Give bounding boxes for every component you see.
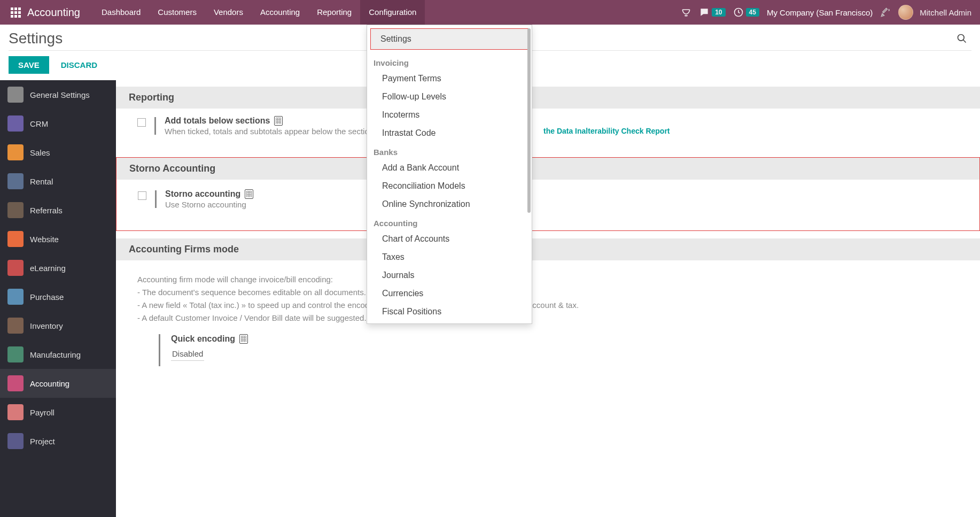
nav-vendors[interactable]: Vendors [205,0,252,25]
dd-payment-terms[interactable]: Payment Terms [367,70,532,88]
storno-label: Storno accounting [165,189,240,199]
activities-badge: 45 [746,8,759,17]
nav-menu: Dashboard Customers Vendors Accounting R… [93,0,425,25]
sidebar-item-label: Project [30,437,55,446]
dd-journal-groups[interactable]: Journal Groups [367,321,532,324]
dd-group-invoicing: Invoicing [367,53,532,70]
discard-button[interactable]: DISCARD [56,56,103,74]
sidebar-item-payroll[interactable]: Payroll [0,398,116,427]
sidebar-item-project[interactable]: Project [0,427,116,456]
sidebar-item-crm[interactable]: CRM [0,109,116,138]
dd-incoterms[interactable]: Incoterms [367,106,532,124]
dd-group-banks: Banks [367,142,532,159]
sidebar-item-label: Referrals [30,206,63,215]
storno-checkbox[interactable] [138,191,146,200]
dropdown-scrollbar[interactable] [527,28,531,213]
nav-customers[interactable]: Customers [149,0,205,25]
svg-point-1 [958,35,965,41]
navbar: Accounting Dashboard Customers Vendors A… [0,0,980,25]
accounting-icon [7,375,24,391]
firms-line1: Accounting firm mode will change invoice… [137,273,959,286]
activities-icon[interactable]: 45 [733,7,759,18]
sidebar-item-manufacturing[interactable]: Manufacturing [0,340,116,369]
discuss-icon[interactable]: 10 [699,7,725,18]
sidebar-item-label: eLearning [30,264,66,273]
inventory-icon [7,318,24,334]
elearning-icon [7,260,24,276]
sidebar-item-label: Rental [30,177,53,186]
firms-line3: - A new field « Total (tax inc.) » to sp… [137,299,959,312]
nav-accounting[interactable]: Accounting [252,0,308,25]
add-totals-checkbox[interactable] [137,118,146,127]
sidebar-item-sales[interactable]: Sales [0,138,116,167]
save-button[interactable]: SAVE [9,56,49,74]
storno-desc: Use Storno accounting [165,200,958,209]
manufacturing-icon [7,346,24,362]
dd-currencies[interactable]: Currencies [367,284,532,303]
page-title: Settings [9,30,63,47]
sidebar-item-label: Inventory [30,321,63,330]
sidebar-item-label: Sales [30,148,50,157]
sidebar-item-general-settings[interactable]: General Settings [0,80,116,109]
inalterability-report-link[interactable]: the Data Inalterability Check Report [543,127,670,135]
sidebar-item-website[interactable]: Website [0,225,116,253]
sales-icon [7,144,24,160]
sidebar-item-elearning[interactable]: eLearning [0,253,116,282]
nav-right: 10 45 My Company (San Francisco) Mitchel… [681,5,971,20]
dd-taxes[interactable]: Taxes [367,248,532,266]
purchase-icon [7,289,24,305]
sidebar-item-rental[interactable]: Rental [0,167,116,196]
firms-description: Accounting firm mode will change invoice… [137,268,959,334]
sidebar-item-purchase[interactable]: Purchase [0,282,116,311]
sidebar-item-label: Manufacturing [30,350,81,359]
settings-content: Reporting Add totals below sections When… [116,80,980,517]
crm-icon [7,115,24,132]
company-dependent-icon [239,334,248,344]
user-name: Mitchell Admin [920,8,971,17]
sidebar-item-label: Accounting [30,379,69,388]
company-switcher[interactable]: My Company (San Francisco) [767,8,873,17]
firms-line2: - The document's sequence becomes editab… [137,286,959,299]
sidebar-item-accounting[interactable]: Accounting [0,369,116,398]
add-totals-label: Add totals below sections [165,116,270,126]
dd-reconciliation-models[interactable]: Reconciliation Models [367,177,532,195]
nav-reporting[interactable]: Reporting [308,0,360,25]
debug-icon[interactable] [880,7,891,18]
dd-followup-levels[interactable]: Follow-up Levels [367,88,532,106]
quick-encoding-label: Quick encoding [171,334,235,344]
dd-intrastat-code[interactable]: Intrastat Code [367,124,532,142]
apps-icon[interactable] [11,7,21,18]
dd-settings[interactable]: Settings [370,28,528,50]
website-icon [7,231,24,247]
nav-configuration[interactable]: Configuration [360,0,425,25]
sidebar-item-label: General Settings [30,90,90,99]
sidebar-item-label: CRM [30,119,48,128]
nav-dashboard[interactable]: Dashboard [93,0,149,25]
payroll-icon [7,404,24,420]
sidebar-item-label: Website [30,235,59,244]
avatar [898,5,913,20]
section-reporting: Reporting [116,87,980,109]
settings-sidebar: General SettingsCRMSalesRentalReferralsW… [0,80,116,517]
dd-chart-accounts[interactable]: Chart of Accounts [367,230,532,248]
sidebar-item-inventory[interactable]: Inventory [0,311,116,340]
rental-icon [7,173,24,189]
company-dependent-icon [245,189,253,199]
dd-journals[interactable]: Journals [367,266,532,284]
dd-add-bank[interactable]: Add a Bank Account [367,159,532,177]
sidebar-item-referrals[interactable]: Referrals [0,196,116,225]
brand[interactable]: Accounting [27,6,80,19]
section-firms-mode: Accounting Firms mode [116,238,980,260]
project-icon [7,433,24,449]
configuration-dropdown: Settings Invoicing Payment Terms Follow-… [367,25,532,324]
referrals-icon [7,202,24,218]
search-icon[interactable] [956,33,967,44]
phone-icon[interactable] [681,7,691,18]
dd-fiscal-positions[interactable]: Fiscal Positions [367,303,532,321]
company-dependent-icon [274,116,283,126]
user-menu[interactable]: Mitchell Admin [898,5,971,20]
quick-encoding-value[interactable]: Disabled [171,349,204,361]
section-storno: Storno Accounting [116,158,979,180]
dd-online-sync[interactable]: Online Synchronization [367,195,532,213]
firms-line4: - A default Customer Invoice / Vendor Bi… [137,312,959,325]
